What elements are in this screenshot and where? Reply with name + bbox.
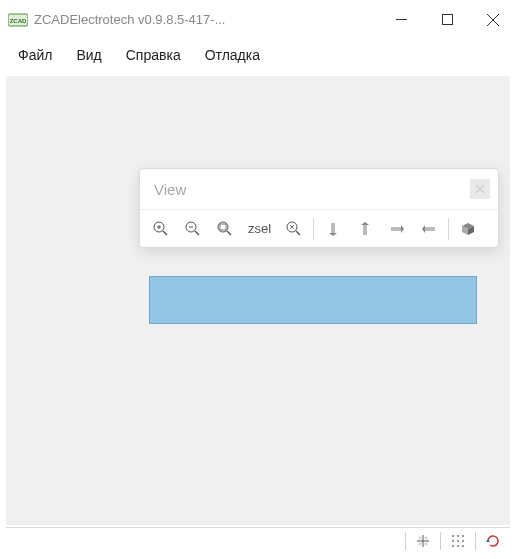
zcad-icon: ZCAD <box>8 12 28 28</box>
svg-marker-25 <box>361 222 369 225</box>
view-iso-button[interactable] <box>453 215 483 243</box>
zsel-button[interactable]: zsel <box>242 221 277 236</box>
work-area[interactable]: View zsel <box>6 76 510 525</box>
svg-rect-22 <box>331 223 335 233</box>
view-top-button[interactable] <box>318 215 348 243</box>
statusbar <box>6 527 510 553</box>
view-left-button[interactable] <box>382 215 412 243</box>
status-separator <box>475 532 476 550</box>
zoom-out-button[interactable] <box>178 215 208 243</box>
svg-point-47 <box>462 545 464 547</box>
svg-marker-48 <box>486 539 490 542</box>
minimize-button[interactable] <box>378 0 424 40</box>
svg-rect-28 <box>425 227 435 231</box>
snap-dots-button[interactable] <box>445 530 471 552</box>
svg-line-16 <box>227 231 231 235</box>
svg-marker-23 <box>329 233 337 236</box>
svg-rect-17 <box>220 224 226 230</box>
svg-point-41 <box>462 535 464 537</box>
svg-line-9 <box>163 231 167 235</box>
svg-text:ZCAD: ZCAD <box>10 18 27 24</box>
svg-marker-27 <box>401 225 404 233</box>
view-bottom-button[interactable] <box>350 215 380 243</box>
menu-help[interactable]: Справка <box>114 43 193 67</box>
refresh-button[interactable] <box>480 530 506 552</box>
menubar: Файл Вид Справка Отладка <box>0 40 516 70</box>
view-panel-close[interactable] <box>470 179 490 199</box>
svg-marker-29 <box>422 225 425 233</box>
status-separator <box>440 532 441 550</box>
svg-point-42 <box>452 540 454 542</box>
view-toolbar: zsel <box>140 209 498 247</box>
zoom-in-button[interactable] <box>146 215 176 243</box>
status-separator <box>405 532 406 550</box>
menu-file[interactable]: Файл <box>6 43 64 67</box>
svg-point-40 <box>457 535 459 537</box>
view-right-button[interactable] <box>414 215 444 243</box>
svg-rect-3 <box>442 15 452 25</box>
zoom-extents-button[interactable] <box>210 215 240 243</box>
svg-point-43 <box>457 540 459 542</box>
zoom-window-button[interactable] <box>279 215 309 243</box>
svg-rect-24 <box>363 225 367 235</box>
svg-point-46 <box>457 545 459 547</box>
svg-line-19 <box>296 231 300 235</box>
view-panel-header[interactable]: View <box>140 169 498 209</box>
svg-point-15 <box>218 222 228 232</box>
svg-point-44 <box>462 540 464 542</box>
svg-point-45 <box>452 545 454 547</box>
svg-point-39 <box>452 535 454 537</box>
toolbar-separator <box>448 218 449 240</box>
snap-grid-button[interactable] <box>410 530 436 552</box>
view-panel-title: View <box>154 181 186 198</box>
svg-line-13 <box>195 231 199 235</box>
toolbar-separator <box>313 218 314 240</box>
maximize-button[interactable] <box>424 0 470 40</box>
view-panel[interactable]: View zsel <box>139 168 499 248</box>
titlebar: ZCAD ZCADElectrotech v0.9.8.5-417-... <box>0 0 516 40</box>
window-title: ZCADElectrotech v0.9.8.5-417-... <box>34 12 225 27</box>
menu-debug[interactable]: Отладка <box>193 43 272 67</box>
svg-rect-26 <box>391 227 401 231</box>
close-button[interactable] <box>470 0 516 40</box>
menu-view[interactable]: Вид <box>64 43 113 67</box>
selection-rectangle <box>149 276 477 324</box>
